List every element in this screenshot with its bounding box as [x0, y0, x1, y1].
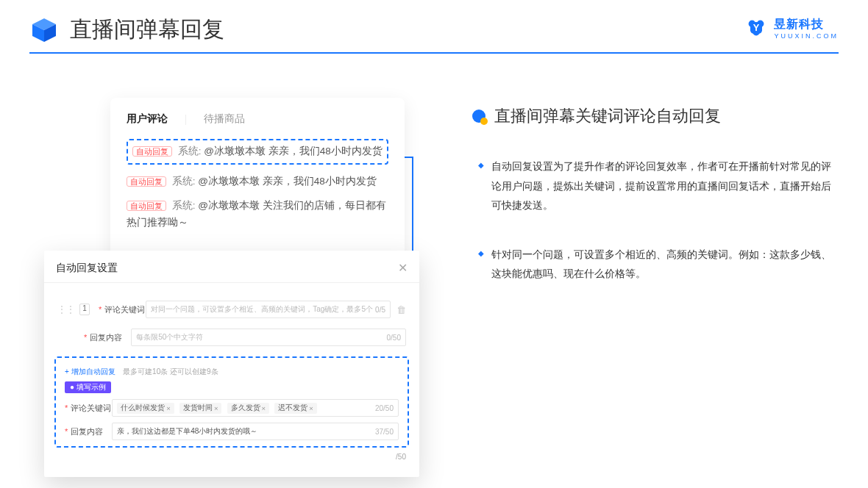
page-title: 直播间弹幕回复 [70, 15, 224, 45]
content-input[interactable]: 每条限50个中文字符 0/50 [131, 329, 406, 346]
required-mark: * [65, 403, 68, 412]
tag-chip[interactable]: 什么时候发货× [117, 403, 174, 414]
add-hint: 最多可建10条 还可以创建9条 [123, 367, 218, 376]
tabs: 用户评论 待播商品 [127, 112, 388, 126]
tag-chip[interactable]: 发货时间× [179, 403, 222, 414]
system-label: 系统: [172, 176, 199, 187]
comment-text: @冰墩墩本墩 亲亲，我们48小时内发货 [204, 146, 382, 157]
brand-icon: Y [744, 16, 768, 40]
svg-point-9 [480, 118, 488, 125]
remove-tag-icon[interactable]: × [214, 404, 218, 412]
tab-divider [185, 115, 186, 125]
placeholder: 对同一个问题，可设置多个相近、高频的关键词，Tag确定，最多5个 [151, 304, 373, 315]
description-paragraph: 自动回复设置为了提升作者的评论回复效率，作者可在开播前针对常见的评论用户问题，提… [471, 157, 839, 215]
example-block: + 增加自动回复 最多可建10条 还可以创建9条 ● 填写示例 * 评论关键词 … [54, 356, 409, 448]
placeholder: 每条限50个中文字符 [136, 332, 203, 342]
keyword-input[interactable]: 对同一个问题，可设置多个相近、高频的关键词，Tag确定，最多5个 0/5 [146, 301, 391, 318]
trash-icon[interactable]: 🗑 [396, 304, 406, 315]
drag-handle-icon[interactable]: ⋮⋮ [57, 304, 75, 315]
comment-row: 自动回复 系统: @冰墩墩本墩 关注我们的店铺，每日都有热门推荐呦～ [127, 198, 388, 232]
remove-tag-icon[interactable]: × [166, 404, 171, 412]
counter: 37/50 [375, 428, 394, 436]
content-label: 回复内容 [90, 332, 131, 343]
add-auto-reply-link[interactable]: + 增加自动回复 [65, 367, 115, 376]
counter: 0/5 [375, 306, 385, 314]
screenshot-stack: 用户评论 待播商品 自动回复 系统: @冰墩墩本墩 亲亲，我们48小时内发货 自… [44, 98, 427, 458]
auto-reply-tag: 自动回复 [127, 201, 166, 211]
brand-name-en: YUUXIN.COM [774, 32, 839, 40]
outer-counter: /50 [396, 453, 406, 461]
tag-chip[interactable]: 多久发货× [227, 403, 270, 414]
brand-name-cn: 昱新科技 [774, 17, 839, 32]
example-keyword-label: 评论关键词 [71, 403, 112, 414]
keyword-label: 评论关键词 [104, 304, 146, 315]
tab-pending-products[interactable]: 待播商品 [204, 112, 245, 126]
comment-text: @冰墩墩本墩 亲亲，我们48小时内发货 [198, 176, 376, 187]
example-content-input[interactable]: 亲，我们这边都是下单48小时内发货的哦～ 37/50 [112, 423, 399, 440]
example-keyword-input[interactable]: 什么时候发货× 发货时间× 多久发货× 迟不发货× 20/50 [112, 399, 399, 417]
svg-text:Y: Y [753, 22, 760, 33]
system-label: 系统: [172, 200, 199, 211]
description-paragraph: 针对同一个问题，可设置多个相近的、高频的关键词。例如：这款多少钱、这块能优惠吗、… [471, 245, 839, 284]
example-content-value: 亲，我们这边都是下单48小时内发货的哦～ [117, 426, 257, 437]
comment-row: 自动回复 系统: @冰墩墩本墩 亲亲，我们48小时内发货 [127, 173, 388, 190]
bullet-icon [471, 108, 487, 124]
remove-tag-icon[interactable]: × [262, 404, 266, 412]
required-mark: * [65, 427, 68, 436]
example-badge: ● 填写示例 [65, 381, 111, 393]
system-label: 系统: [178, 146, 204, 157]
auto-reply-tag: 自动回复 [127, 176, 166, 187]
example-content-label: 回复内容 [71, 426, 112, 437]
cube-icon [29, 15, 59, 45]
page-header: 直播间弹幕回复 Y 昱新科技 YUUXIN.COM [0, 0, 868, 52]
auto-reply-tag: 自动回复 [132, 146, 172, 157]
highlighted-comment: 自动回复 系统: @冰墩墩本墩 亲亲，我们48小时内发货 [127, 139, 388, 165]
close-icon[interactable]: ✕ [398, 261, 408, 275]
dialog-title: 自动回复设置 [56, 262, 118, 275]
comments-panel: 用户评论 待播商品 自动回复 系统: @冰墩墩本墩 亲亲，我们48小时内发货 自… [110, 98, 405, 261]
required-mark: * [84, 333, 87, 342]
description-panel: 直播间弹幕关键词评论自动回复 自动回复设置为了提升作者的评论回复效率，作者可在开… [471, 98, 839, 458]
tab-user-comments[interactable]: 用户评论 [127, 112, 168, 126]
index-badge: 1 [79, 304, 90, 315]
counter: 20/50 [375, 404, 394, 412]
required-mark: * [99, 305, 102, 314]
brand-logo: Y 昱新科技 YUUXIN.COM [744, 16, 839, 40]
counter: 0/50 [387, 334, 401, 342]
tag-chip[interactable]: 迟不发货× [274, 403, 317, 414]
section-title: 直播间弹幕关键词评论自动回复 [471, 105, 839, 127]
auto-reply-settings-dialog: 自动回复设置 ✕ ⋮⋮ 1 * 评论关键词 对同一个问题，可设置多个相近、高频的… [44, 251, 419, 477]
remove-tag-icon[interactable]: × [309, 404, 313, 412]
